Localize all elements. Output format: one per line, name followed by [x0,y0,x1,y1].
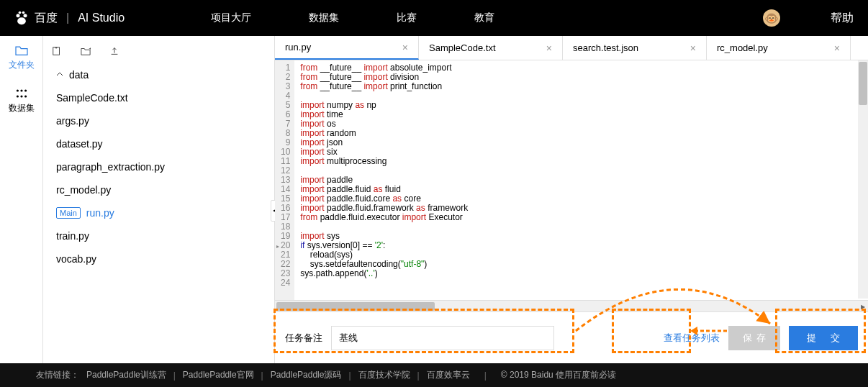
nav-datasets[interactable]: 数据集 [309,12,339,24]
new-file-icon[interactable]: + [52,46,62,56]
folder-data[interactable]: data [43,63,274,86]
file-train[interactable]: train.py [43,224,274,247]
svg-point-0 [17,14,20,17]
svg-point-2 [19,12,22,14]
h-scroll-thumb[interactable] [276,302,435,311]
main-badge: Main [56,207,81,219]
file-rc-model[interactable]: rc_model.py [43,178,274,201]
tab-search-test[interactable]: search.test.json× [563,36,707,60]
close-icon[interactable]: × [834,42,840,54]
svg-point-1 [24,14,27,17]
editor: ◀ run.py× SampleCode.txt× search.test.js… [275,36,868,363]
svg-point-7 [24,89,27,91]
upload-icon[interactable] [109,46,119,56]
file-args[interactable]: args.py [43,109,274,132]
studio-text: AI Studio [78,12,125,24]
header: 百度 | AI Studio 项目大厅 数据集 比赛 教育 🐵 帮助 [0,0,868,36]
submit-button[interactable]: 提 交 [789,326,858,350]
svg-point-10 [24,95,27,97]
top-nav: 项目大厅 数据集 比赛 教育 [211,12,494,24]
footer-link-1[interactable]: PaddlePaddle官网 [183,369,254,381]
left-rail: 文件夹 数据集 [0,36,43,363]
new-folder-icon[interactable]: + [81,46,91,56]
logo-text: 百度 [35,11,58,26]
footer-link-3[interactable]: 百度技术学院 [358,369,410,381]
file-vocab[interactable]: vocab.py [43,247,274,270]
tab-rc-model[interactable]: rc_model.py× [707,36,851,60]
chevron-down-icon [56,71,63,78]
rail-files[interactable]: 文件夹 [0,36,42,79]
footer-link-0[interactable]: PaddlePaddle训练营 [86,369,166,381]
nav-education[interactable]: 教育 [474,12,494,24]
footer-label: 友情链接： [36,369,79,381]
note-input[interactable] [331,326,554,350]
nav-projects[interactable]: 项目大厅 [211,12,251,24]
view-tasks-link[interactable]: 查看任务列表 [664,332,720,345]
v-scrollbar[interactable] [858,60,868,299]
h-scrollbar[interactable]: ◀ ▶ [275,300,868,311]
copyright: © 2019 Baidu 使用百度前必读 [501,369,616,381]
baidu-paw-icon [14,11,29,25]
close-icon[interactable]: × [690,42,696,54]
save-button[interactable]: 保存 [728,326,780,350]
svg-point-5 [16,89,18,91]
editor-tabs: run.py× SampleCode.txt× search.test.json… [275,36,868,60]
file-run-main[interactable]: Main run.py [43,201,274,224]
nav-competitions[interactable]: 比赛 [397,12,417,24]
footer: 友情链接： PaddlePaddle训练营| PaddlePaddle官网| P… [0,363,868,387]
svg-point-8 [16,95,18,97]
file-paragraph-extraction[interactable]: paragraph_extraction.py [43,155,274,178]
file-sidebar: + + data SampleCode.txt args.py dataset.… [43,36,275,363]
code-area[interactable]: 123456789101112131415161718192021222324 … [275,60,868,300]
footer-link-4[interactable]: 百度效率云 [427,369,470,381]
avatar[interactable]: 🐵 [763,9,780,27]
svg-point-4 [17,17,26,24]
datasets-icon [14,88,29,99]
close-icon[interactable]: × [546,42,552,54]
scroll-right-icon[interactable]: ▶ [858,301,868,312]
svg-text:+: + [89,46,91,50]
close-icon[interactable]: × [402,42,408,53]
file-dataset[interactable]: dataset.py [43,132,274,155]
svg-point-6 [20,89,22,91]
svg-point-9 [20,95,22,97]
logo[interactable]: 百度 | AI Studio [14,11,125,26]
svg-point-3 [22,12,25,14]
nav-help[interactable]: 帮助 [831,11,854,26]
folder-icon [14,45,29,56]
tab-samplecode[interactable]: SampleCode.txt× [419,36,563,60]
file-samplecode[interactable]: SampleCode.txt [43,86,274,109]
svg-text:+: + [55,46,58,50]
task-bar: 任务备注 查看任务列表 保存 提 交 [275,311,868,363]
note-label: 任务备注 [285,332,322,345]
rail-datasets[interactable]: 数据集 [0,79,42,122]
tab-run[interactable]: run.py× [275,36,419,60]
footer-link-2[interactable]: PaddlePaddle源码 [271,369,342,381]
